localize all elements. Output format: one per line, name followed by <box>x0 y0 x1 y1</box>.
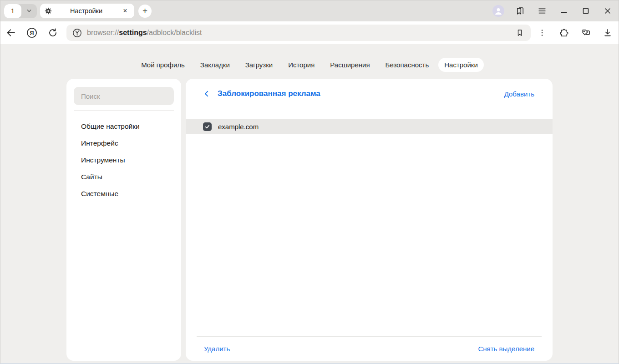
window-close-button[interactable] <box>597 0 619 21</box>
window-minimize-button[interactable] <box>553 0 575 21</box>
divider <box>74 110 174 111</box>
bookmark-page-button[interactable] <box>512 26 528 40</box>
close-tab-icon[interactable]: × <box>120 6 130 16</box>
close-icon <box>603 6 612 15</box>
tab-settings[interactable]: Настройки × <box>40 4 134 18</box>
address-bar[interactable]: browser://settings/adblock/blacklist <box>66 25 531 41</box>
browser-window: 1 <box>0 0 619 364</box>
minimize-icon <box>559 6 568 15</box>
new-tab-button[interactable]: + <box>138 5 152 18</box>
kebab-icon <box>538 28 547 37</box>
page-title: Заблокированная реклама <box>218 89 320 98</box>
blacklist-row[interactable]: example.com <box>186 119 553 134</box>
yandex-icon: Я <box>26 27 38 39</box>
reload-button[interactable] <box>42 21 63 44</box>
nav-item-security[interactable]: Безопасность <box>380 58 435 72</box>
delete-button[interactable]: Удалить <box>204 345 230 353</box>
search-input[interactable] <box>74 87 174 105</box>
collections-tag-icon <box>581 28 591 38</box>
settings-page: Мой профиль Закладки Загрузки История Ра… <box>0 44 619 363</box>
sidebar-item-general[interactable]: Общие настройки <box>74 118 174 135</box>
hamburger-icon <box>537 6 547 16</box>
chevron-down-icon[interactable] <box>21 4 37 18</box>
nav-item-history[interactable]: История <box>282 58 320 72</box>
url-text[interactable]: browser://settings/adblock/blacklist <box>87 29 202 37</box>
panel-empty-area <box>186 134 553 336</box>
browser-menu-button[interactable] <box>531 0 553 21</box>
reload-icon <box>47 27 58 38</box>
collections-button[interactable] <box>575 21 597 44</box>
settings-nav: Мой профиль Закладки Загрузки История Ра… <box>0 58 619 72</box>
sidebar-item-system[interactable]: Системные <box>74 185 174 202</box>
sidebar-item-tools[interactable]: Инструменты <box>74 152 174 168</box>
panel-header: Заблокированная реклама Добавить <box>186 79 553 109</box>
row-checkbox-checked[interactable] <box>203 122 212 131</box>
protect-icon <box>72 28 82 38</box>
back-chevron-button[interactable] <box>202 89 212 99</box>
yandex-home-button[interactable]: Я <box>21 21 42 44</box>
avatar-icon <box>492 5 504 17</box>
nav-item-downloads[interactable]: Загрузки <box>239 58 279 72</box>
settings-sidebar: Общие настройки Интерфейс Инструменты Са… <box>66 79 181 361</box>
tab-count-badge[interactable]: 1 <box>4 4 21 18</box>
bookmarks-panel-button[interactable] <box>509 0 531 21</box>
nav-item-settings[interactable]: Настройки <box>438 58 484 72</box>
download-icon <box>603 28 613 38</box>
bookmark-flag-icon <box>515 6 525 16</box>
gear-icon <box>44 7 52 15</box>
svg-text:Я: Я <box>30 30 34 36</box>
tab-title: Настройки <box>52 7 120 15</box>
blocked-ads-panel: Заблокированная реклама Добавить example… <box>186 79 553 361</box>
profile-avatar[interactable] <box>487 0 509 21</box>
page-menu-button[interactable] <box>531 21 553 44</box>
nav-item-profile[interactable]: Мой профиль <box>135 58 191 72</box>
tab-counter[interactable]: 1 <box>4 4 37 18</box>
back-arrow-icon <box>5 27 16 38</box>
window-maximize-button[interactable] <box>575 0 597 21</box>
add-button[interactable]: Добавить <box>504 90 534 98</box>
nav-item-extensions[interactable]: Расширения <box>324 58 375 72</box>
sidebar-item-interface[interactable]: Интерфейс <box>74 135 174 152</box>
toolbar-right <box>531 21 619 44</box>
divider <box>197 109 542 109</box>
maximize-icon <box>581 6 590 15</box>
toolbar: Я browser://settings/adblock/blacklist <box>0 21 619 44</box>
tab-bar: 1 <box>0 0 619 21</box>
back-button[interactable] <box>0 21 21 44</box>
puzzle-icon <box>559 28 569 38</box>
panel-footer: Удалить Снять выделение <box>186 337 553 361</box>
sidebar-item-sites[interactable]: Сайты <box>74 168 174 185</box>
row-domain: example.com <box>218 123 259 131</box>
nav-item-bookmarks[interactable]: Закладки <box>194 58 236 72</box>
extensions-button[interactable] <box>553 21 575 44</box>
downloads-button[interactable] <box>597 21 619 44</box>
deselect-button[interactable]: Снять выделение <box>478 345 534 353</box>
